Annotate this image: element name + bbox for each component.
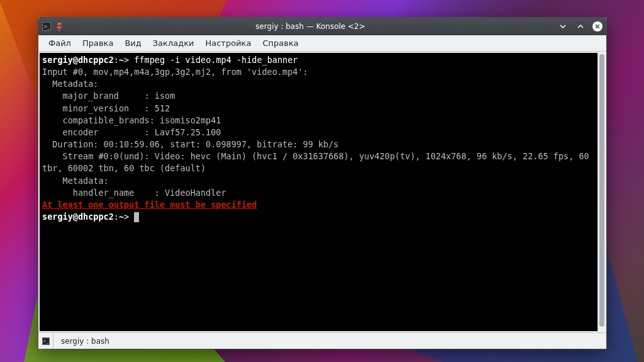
menu-bookmarks[interactable]: Закладки [148, 37, 199, 50]
app-menu-icon[interactable]: >_ [42, 22, 51, 31]
tab-label: sergiy : bash [61, 337, 109, 346]
command-text: ffmpeg -i video.mp4 -hide_banner [129, 55, 297, 65]
vertical-scrollbar[interactable] [597, 53, 605, 331]
output-line: Input #0, mov,mp4,m4a,3gp,3g2,mj2, from … [42, 67, 308, 77]
maximize-button[interactable] [575, 21, 586, 32]
menubar: Файл Правка Вид Закладки Настройка Справ… [38, 35, 606, 52]
menu-view[interactable]: Вид [119, 37, 146, 50]
output-line: Metadata: [42, 176, 109, 186]
output-line: Duration: 00:10:59.06, start: 0.098997, … [42, 139, 338, 149]
tab-session[interactable]: sergiy : bash [53, 333, 185, 349]
error-line: At least one output file must be specifi… [42, 200, 257, 210]
terminal-cursor [134, 212, 139, 222]
window-title: sergiy : bash — Konsole <2> [64, 22, 557, 31]
menu-help[interactable]: Справка [257, 37, 303, 50]
prompt-user: sergiy@dhcppc2 [42, 55, 114, 65]
output-line: handler_name : VideoHandler [42, 188, 226, 198]
close-icon [594, 23, 601, 30]
output-line: Metadata: [42, 79, 98, 89]
scrollbar-thumb[interactable] [599, 54, 604, 327]
minimize-button[interactable] [557, 21, 569, 32]
output-line: major_brand : isom [42, 91, 175, 101]
close-button[interactable] [592, 21, 602, 31]
output-line: compatible_brands: isomiso2mp41 [42, 115, 221, 125]
terminal-output[interactable]: sergiy@dhcppc2:~> ffmpeg -i video.mp4 -h… [40, 53, 597, 331]
terminal-icon: >_ [42, 337, 50, 345]
output-line: minor_version : 512 [42, 103, 170, 113]
prompt-user: sergiy@dhcppc2 [42, 212, 114, 222]
window-titlebar[interactable]: >_ 📌 sergiy : bash — Konsole <2> [38, 18, 606, 35]
menu-edit[interactable]: Правка [77, 37, 118, 50]
new-tab-button[interactable]: >_ [38, 333, 53, 349]
konsole-window: >_ 📌 sergiy : bash — Konsole <2> Файл Пр… [38, 17, 607, 349]
chevron-up-icon [577, 23, 584, 30]
menu-file[interactable]: Файл [43, 37, 76, 50]
tab-bar: >_ sergiy : bash [38, 332, 606, 349]
output-line: Stream #0:0(und): Video: hevc (Main) (hv… [42, 151, 594, 173]
chevron-down-icon [559, 23, 567, 30]
output-line: encoder : Lavf57.25.100 [42, 127, 221, 137]
menu-settings[interactable]: Настройка [200, 37, 256, 50]
